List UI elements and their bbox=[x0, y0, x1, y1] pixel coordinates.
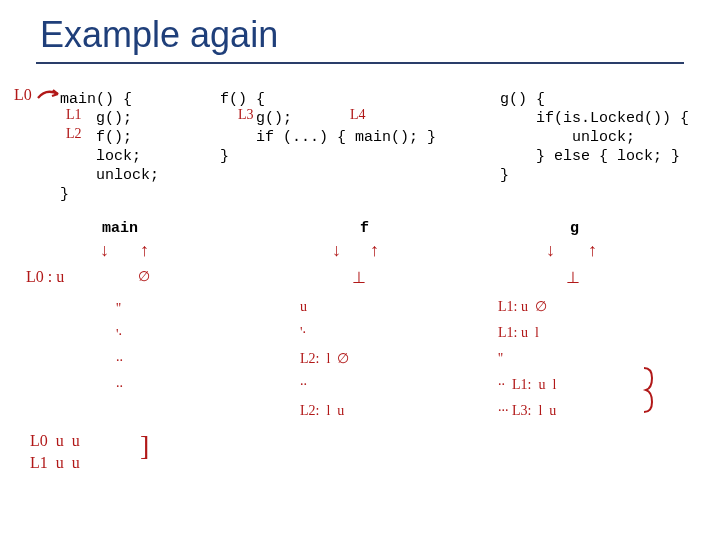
down-arrow-icon: ↓ bbox=[332, 240, 341, 261]
down-arrow-icon: ↓ bbox=[546, 240, 555, 261]
column-header-main: main bbox=[102, 220, 138, 237]
hand-l1-main: L1 bbox=[66, 107, 82, 123]
hand-g-head: ⊥ bbox=[566, 268, 580, 287]
hand-l3-f: L3 bbox=[238, 107, 254, 123]
column-header-f: f bbox=[360, 220, 369, 237]
column-header-g: g bbox=[570, 220, 579, 237]
hand-arrow-curve-icon bbox=[36, 86, 62, 104]
hand-l2-main: L2 bbox=[66, 126, 82, 142]
hand-main-dots: '' '· ·· ·· bbox=[116, 296, 123, 400]
slide: Example again main() { g(); f(); lock; u… bbox=[0, 0, 720, 540]
code-block-f: f() { g(); if (...) { main(); } } bbox=[220, 90, 436, 166]
up-arrow-icon: ↑ bbox=[140, 240, 149, 261]
title-underline bbox=[36, 62, 684, 64]
hand-g-rows: L1: u ∅ L1: u l '' ·· L1: u l ··· L3: l … bbox=[498, 294, 556, 424]
hand-l0-leader: L0 bbox=[14, 86, 32, 104]
hand-f-head: ⊥ bbox=[352, 268, 366, 287]
down-arrow-icon: ↓ bbox=[100, 240, 109, 261]
up-arrow-icon: ↑ bbox=[588, 240, 597, 261]
hand-main-l0-row: L0 : u bbox=[26, 268, 64, 286]
hand-l4-f: L4 bbox=[350, 107, 366, 123]
hand-main-bottom-l1: L1 u u bbox=[30, 454, 80, 472]
hand-main-bottom-l0: L0 u u bbox=[30, 432, 80, 450]
code-block-g: g() { if(is.Locked()) { unlock; } else {… bbox=[500, 90, 689, 185]
up-arrow-icon: ↑ bbox=[370, 240, 379, 261]
page-title: Example again bbox=[40, 14, 278, 56]
hand-main-zero: ∅ bbox=[138, 268, 150, 285]
hand-bracket-icon: ] bbox=[140, 430, 149, 462]
hand-f-rows: u '· L2: l ∅ ·· L2: l u bbox=[300, 294, 349, 424]
hand-brace-icon bbox=[640, 366, 656, 414]
